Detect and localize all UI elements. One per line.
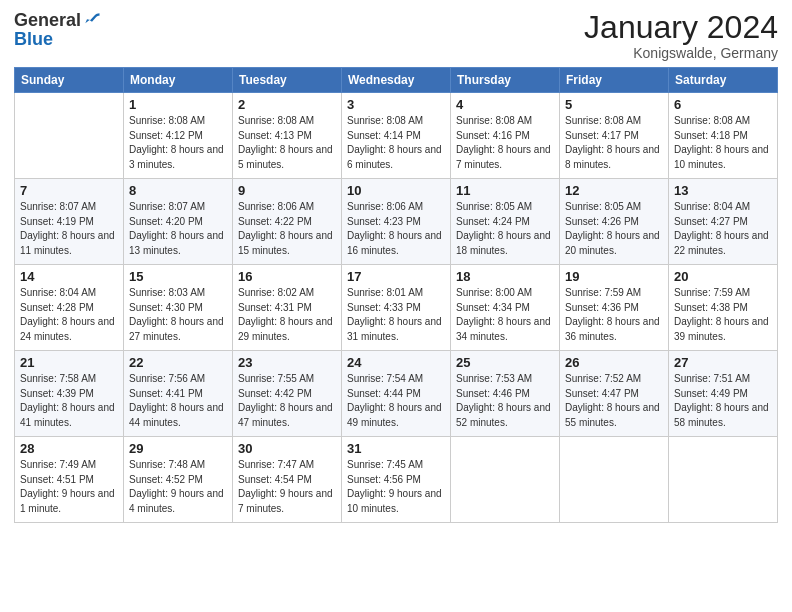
day-number: 21 [20, 355, 118, 370]
day-info: Sunrise: 8:08 AMSunset: 4:12 PMDaylight:… [129, 114, 227, 172]
calendar-cell: 16Sunrise: 8:02 AMSunset: 4:31 PMDayligh… [233, 265, 342, 351]
day-info: Sunrise: 8:08 AMSunset: 4:13 PMDaylight:… [238, 114, 336, 172]
day-number: 31 [347, 441, 445, 456]
calendar-cell: 21Sunrise: 7:58 AMSunset: 4:39 PMDayligh… [15, 351, 124, 437]
day-info: Sunrise: 8:00 AMSunset: 4:34 PMDaylight:… [456, 286, 554, 344]
day-number: 27 [674, 355, 772, 370]
day-info: Sunrise: 8:04 AMSunset: 4:27 PMDaylight:… [674, 200, 772, 258]
calendar-cell: 26Sunrise: 7:52 AMSunset: 4:47 PMDayligh… [560, 351, 669, 437]
header: General Blue January 2024 Konigswalde, G… [14, 10, 778, 61]
calendar-cell: 14Sunrise: 8:04 AMSunset: 4:28 PMDayligh… [15, 265, 124, 351]
day-number: 9 [238, 183, 336, 198]
day-number: 11 [456, 183, 554, 198]
calendar-cell: 12Sunrise: 8:05 AMSunset: 4:26 PMDayligh… [560, 179, 669, 265]
day-number: 10 [347, 183, 445, 198]
day-info: Sunrise: 7:51 AMSunset: 4:49 PMDaylight:… [674, 372, 772, 430]
day-info: Sunrise: 7:49 AMSunset: 4:51 PMDaylight:… [20, 458, 118, 516]
day-info: Sunrise: 7:52 AMSunset: 4:47 PMDaylight:… [565, 372, 663, 430]
day-number: 6 [674, 97, 772, 112]
day-info: Sunrise: 7:59 AMSunset: 4:38 PMDaylight:… [674, 286, 772, 344]
calendar-table: SundayMondayTuesdayWednesdayThursdayFrid… [14, 67, 778, 523]
day-number: 15 [129, 269, 227, 284]
calendar-cell [451, 437, 560, 523]
day-info: Sunrise: 8:08 AMSunset: 4:14 PMDaylight:… [347, 114, 445, 172]
calendar-cell: 19Sunrise: 7:59 AMSunset: 4:36 PMDayligh… [560, 265, 669, 351]
calendar-cell: 17Sunrise: 8:01 AMSunset: 4:33 PMDayligh… [342, 265, 451, 351]
day-number: 29 [129, 441, 227, 456]
logo: General Blue [14, 10, 102, 48]
calendar-cell: 27Sunrise: 7:51 AMSunset: 4:49 PMDayligh… [669, 351, 778, 437]
day-info: Sunrise: 8:05 AMSunset: 4:24 PMDaylight:… [456, 200, 554, 258]
calendar-cell [15, 93, 124, 179]
calendar-cell: 10Sunrise: 8:06 AMSunset: 4:23 PMDayligh… [342, 179, 451, 265]
day-number: 7 [20, 183, 118, 198]
calendar-cell: 30Sunrise: 7:47 AMSunset: 4:54 PMDayligh… [233, 437, 342, 523]
calendar-cell: 23Sunrise: 7:55 AMSunset: 4:42 PMDayligh… [233, 351, 342, 437]
day-info: Sunrise: 8:08 AMSunset: 4:17 PMDaylight:… [565, 114, 663, 172]
day-of-week-header: Thursday [451, 68, 560, 93]
day-number: 18 [456, 269, 554, 284]
calendar-week-row: 7Sunrise: 8:07 AMSunset: 4:19 PMDaylight… [15, 179, 778, 265]
day-info: Sunrise: 8:03 AMSunset: 4:30 PMDaylight:… [129, 286, 227, 344]
day-number: 5 [565, 97, 663, 112]
day-of-week-header: Friday [560, 68, 669, 93]
day-number: 16 [238, 269, 336, 284]
calendar-cell: 28Sunrise: 7:49 AMSunset: 4:51 PMDayligh… [15, 437, 124, 523]
logo-blue-text: Blue [14, 30, 102, 48]
day-of-week-header: Wednesday [342, 68, 451, 93]
calendar-cell: 22Sunrise: 7:56 AMSunset: 4:41 PMDayligh… [124, 351, 233, 437]
day-number: 17 [347, 269, 445, 284]
calendar-cell [560, 437, 669, 523]
calendar-cell: 4Sunrise: 8:08 AMSunset: 4:16 PMDaylight… [451, 93, 560, 179]
calendar-cell: 13Sunrise: 8:04 AMSunset: 4:27 PMDayligh… [669, 179, 778, 265]
calendar-cell: 7Sunrise: 8:07 AMSunset: 4:19 PMDaylight… [15, 179, 124, 265]
calendar-cell: 9Sunrise: 8:06 AMSunset: 4:22 PMDaylight… [233, 179, 342, 265]
day-info: Sunrise: 8:04 AMSunset: 4:28 PMDaylight:… [20, 286, 118, 344]
day-number: 3 [347, 97, 445, 112]
day-number: 30 [238, 441, 336, 456]
day-info: Sunrise: 8:05 AMSunset: 4:26 PMDaylight:… [565, 200, 663, 258]
day-number: 4 [456, 97, 554, 112]
day-number: 24 [347, 355, 445, 370]
day-info: Sunrise: 8:07 AMSunset: 4:20 PMDaylight:… [129, 200, 227, 258]
subtitle: Konigswalde, Germany [584, 45, 778, 61]
day-number: 8 [129, 183, 227, 198]
calendar-cell: 6Sunrise: 8:08 AMSunset: 4:18 PMDaylight… [669, 93, 778, 179]
day-info: Sunrise: 8:01 AMSunset: 4:33 PMDaylight:… [347, 286, 445, 344]
day-number: 2 [238, 97, 336, 112]
day-number: 25 [456, 355, 554, 370]
title-block: January 2024 Konigswalde, Germany [584, 10, 778, 61]
calendar-cell: 1Sunrise: 8:08 AMSunset: 4:12 PMDaylight… [124, 93, 233, 179]
calendar-cell: 25Sunrise: 7:53 AMSunset: 4:46 PMDayligh… [451, 351, 560, 437]
calendar-header-row: SundayMondayTuesdayWednesdayThursdayFrid… [15, 68, 778, 93]
day-info: Sunrise: 7:58 AMSunset: 4:39 PMDaylight:… [20, 372, 118, 430]
logo-general-text: General [14, 11, 81, 29]
day-info: Sunrise: 8:02 AMSunset: 4:31 PMDaylight:… [238, 286, 336, 344]
day-number: 1 [129, 97, 227, 112]
day-info: Sunrise: 7:54 AMSunset: 4:44 PMDaylight:… [347, 372, 445, 430]
day-info: Sunrise: 7:47 AMSunset: 4:54 PMDaylight:… [238, 458, 336, 516]
day-number: 23 [238, 355, 336, 370]
main-title: January 2024 [584, 10, 778, 45]
day-number: 12 [565, 183, 663, 198]
calendar-cell: 15Sunrise: 8:03 AMSunset: 4:30 PMDayligh… [124, 265, 233, 351]
page-container: General Blue January 2024 Konigswalde, G… [0, 0, 792, 531]
calendar-cell: 8Sunrise: 8:07 AMSunset: 4:20 PMDaylight… [124, 179, 233, 265]
day-number: 13 [674, 183, 772, 198]
calendar-cell: 18Sunrise: 8:00 AMSunset: 4:34 PMDayligh… [451, 265, 560, 351]
day-number: 22 [129, 355, 227, 370]
calendar-week-row: 1Sunrise: 8:08 AMSunset: 4:12 PMDaylight… [15, 93, 778, 179]
day-info: Sunrise: 7:55 AMSunset: 4:42 PMDaylight:… [238, 372, 336, 430]
day-number: 20 [674, 269, 772, 284]
logo-bird-icon [82, 10, 102, 30]
day-info: Sunrise: 8:07 AMSunset: 4:19 PMDaylight:… [20, 200, 118, 258]
day-number: 26 [565, 355, 663, 370]
calendar-week-row: 14Sunrise: 8:04 AMSunset: 4:28 PMDayligh… [15, 265, 778, 351]
day-number: 19 [565, 269, 663, 284]
day-number: 14 [20, 269, 118, 284]
day-info: Sunrise: 8:06 AMSunset: 4:23 PMDaylight:… [347, 200, 445, 258]
day-info: Sunrise: 7:48 AMSunset: 4:52 PMDaylight:… [129, 458, 227, 516]
day-info: Sunrise: 8:08 AMSunset: 4:16 PMDaylight:… [456, 114, 554, 172]
day-info: Sunrise: 8:06 AMSunset: 4:22 PMDaylight:… [238, 200, 336, 258]
day-number: 28 [20, 441, 118, 456]
